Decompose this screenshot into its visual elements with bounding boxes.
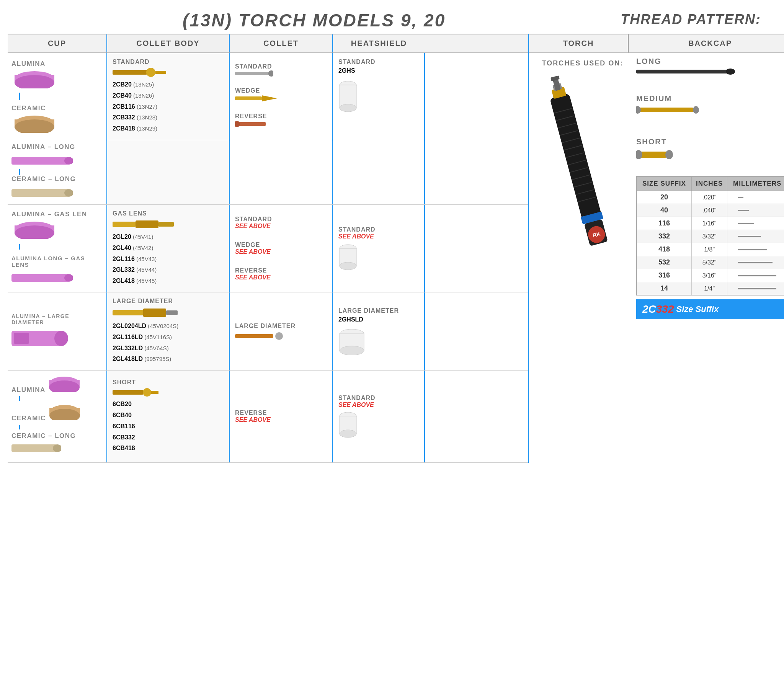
vline-2	[19, 244, 20, 250]
thread-pattern-title: THREAD PATTERN:	[621, 4, 776, 28]
size-40: 40	[637, 204, 691, 217]
mm-14	[727, 282, 784, 295]
hs-short-svg	[338, 411, 358, 438]
collet-standard-svg	[235, 70, 273, 77]
col-header-collet: COLLET	[230, 34, 333, 52]
heatshield-svg	[338, 80, 358, 115]
svg-point-40	[275, 332, 283, 340]
suffix-label: Size Suffix	[676, 304, 719, 314]
size-14: 14	[637, 282, 691, 295]
table-row: 316 3/16"	[637, 269, 784, 282]
inches-14: 1/4"	[691, 282, 727, 295]
svg-point-14	[235, 121, 240, 127]
hs-gas-lens-svg	[338, 244, 358, 271]
collet-body-standard: STANDARD 2CB20 (13N25) 2CB40 (13N26) 2CB…	[107, 53, 230, 140]
backcap-col: LONG MEDIUM	[632, 57, 784, 319]
row-gas-lens: ALUMINA – GAS LEN ALUMINA LONG – GAS LEN…	[8, 205, 528, 292]
svg-rect-6	[113, 70, 147, 75]
th-millimeters: MILLIMETERS	[727, 176, 784, 191]
col-header-backcap: BACKCAP	[629, 34, 784, 52]
gas-lens-svg	[113, 219, 174, 230]
svg-marker-12	[262, 95, 277, 101]
svg-rect-27	[113, 222, 136, 227]
svg-point-17	[340, 104, 356, 112]
short-cb-svg	[113, 387, 158, 397]
svg-point-87	[665, 150, 673, 159]
inches-116: 1/16"	[691, 217, 727, 230]
col-header-torch: TORCH	[529, 34, 629, 52]
backcap-long-svg	[636, 66, 736, 77]
main-content: ALUMINA CERAMIC	[8, 53, 776, 463]
svg-rect-95	[738, 288, 776, 289]
cb-gas-lens: GAS LENS 2GL20 (45V41) 2GL40 (45V42) 2GL…	[107, 205, 230, 292]
col-header-heatshield: HEATSHIELD	[333, 34, 425, 52]
svg-rect-92	[738, 249, 767, 250]
svg-rect-52	[113, 390, 143, 395]
svg-rect-54	[151, 391, 158, 394]
cup-alumina: ALUMINA	[11, 56, 57, 92]
table-row: 532 5/32"	[637, 256, 784, 269]
cup-ceramic-shape	[11, 114, 57, 133]
cb-standard-parts: 2CB20 (13N25) 2CB40 (13N26) 2CB116 (13N2…	[113, 79, 224, 134]
torch-image-col: TORCHES USED ON:	[533, 57, 632, 286]
svg-point-7	[146, 68, 155, 77]
collet-reverse-svg	[235, 120, 277, 128]
cup-gas-lens-svg	[11, 220, 57, 239]
hs-large-diameter: LARGE DIAMETER 2GHSLD	[333, 292, 425, 370]
cup-ceramic-long-short: CERAMIC – LONG	[11, 432, 103, 458]
right-col-headers: TORCH BACKCAP	[528, 34, 784, 53]
cup-ceramic-long-short-label: CERAMIC – LONG	[11, 432, 76, 439]
svg-rect-58	[550, 93, 603, 224]
table-row: 20 .020"	[637, 191, 784, 204]
collet-wedge-type: WEDGE	[235, 87, 327, 104]
svg-rect-29	[158, 222, 174, 227]
cup-ceramic-short: CERAMIC	[11, 403, 82, 422]
right-area: TORCHES USED ON:	[528, 53, 784, 463]
svg-rect-8	[155, 71, 166, 74]
svg-rect-25	[11, 274, 69, 282]
svg-rect-36	[113, 310, 143, 315]
svg-point-81	[726, 69, 735, 75]
cup-alumina-label: ALUMINA	[11, 60, 46, 68]
gl-collet-wedge: WEDGE SEE ABOVE	[235, 242, 327, 255]
svg-rect-35	[14, 333, 29, 344]
th-size-suffix: SIZE SUFFIX	[637, 176, 691, 191]
cup-ceramic-short-label: CERAMIC	[11, 415, 46, 422]
table-row: 116 1/16"	[637, 217, 784, 230]
svg-rect-89	[738, 210, 749, 211]
size-116: 116	[637, 217, 691, 230]
cup-ceramic-short-svg	[47, 403, 82, 420]
cup-alumina-short-svg	[47, 375, 82, 392]
table-row: 332 3/32"	[637, 230, 784, 243]
mm-bar-14	[738, 287, 776, 291]
hs-long-empty	[333, 140, 425, 204]
mm-bar-40	[738, 209, 776, 212]
cup-alumina-gas-lens-label: ALUMINA – GAS LEN	[11, 211, 87, 218]
svg-rect-11	[235, 96, 262, 100]
cup-large-diameter-svg	[11, 327, 69, 350]
svg-rect-13	[239, 122, 266, 126]
cup-long-gas-lens-svg	[11, 269, 73, 286]
svg-rect-82	[636, 108, 694, 112]
backcap-long-label: LONG	[636, 57, 784, 66]
th-inches: INCHES	[691, 176, 727, 191]
cup-alumina-gas-lens: ALUMINA – GAS LEN	[11, 211, 87, 239]
backcap-medium-svg	[636, 103, 705, 117]
cb-ld-parts: 2GL0204LD (45V0204S) 2GL116LD (45V116S) …	[113, 321, 224, 365]
collet-short: REVERSE SEE ABOVE	[230, 371, 333, 462]
top-header-row: (13N) TORCH MODELS 9, 20 THREAD PATTERN:	[8, 4, 776, 34]
mm-316	[727, 269, 784, 282]
cup-alumina-short: ALUMINA	[11, 375, 82, 394]
row-short: ALUMINA CERAMIC	[8, 371, 528, 463]
cup-col-gas-lens: ALUMINA – GAS LEN ALUMINA LONG – GAS LEN…	[8, 205, 107, 292]
svg-rect-39	[235, 334, 273, 338]
gl-collet-standard: STANDARD SEE ABOVE	[235, 216, 327, 230]
cup-col-large-diameter: ALUMINA – LARGE DIAMETER	[8, 292, 107, 370]
svg-rect-93	[738, 262, 773, 263]
left-col-headers: CUP COLLET BODY COLLET HEATSHIELD	[8, 34, 528, 53]
column-headers-row: CUP COLLET BODY COLLET HEATSHIELD TORCH …	[8, 34, 776, 53]
collet-reverse-type: REVERSE	[235, 113, 327, 130]
svg-point-43	[340, 346, 364, 355]
svg-point-10	[268, 70, 273, 77]
cup-alumina-long: ALUMINA – LONG	[11, 143, 75, 169]
